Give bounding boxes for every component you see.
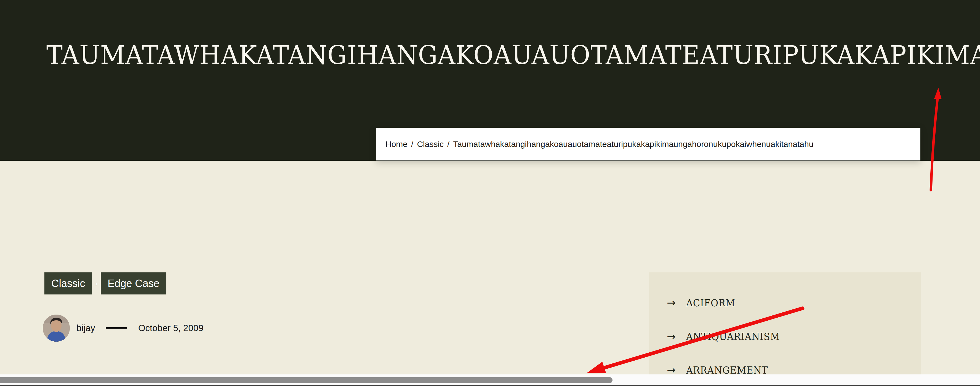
arrow-right-icon: → bbox=[667, 297, 676, 308]
avatar-photo bbox=[43, 315, 70, 342]
post-date: October 5, 2009 bbox=[138, 323, 204, 334]
breadcrumb-separator: / bbox=[447, 140, 449, 149]
sidebar-item-antiquarianism[interactable]: → ANTIQUARIANISM bbox=[667, 329, 921, 343]
horizontal-scrollbar-track[interactable] bbox=[0, 375, 980, 385]
post-meta: bijay October 5, 2009 bbox=[43, 315, 204, 342]
arrow-right-icon: → bbox=[667, 331, 676, 342]
tag-separator: , bbox=[95, 276, 97, 286]
sidebar-item-label: ANTIQUARIANISM bbox=[686, 331, 780, 342]
page-title: Taumatawhakatangihangakoauauotamateaturi… bbox=[46, 41, 980, 69]
window-bottom-edge bbox=[0, 385, 980, 386]
horizontal-scrollbar-thumb[interactable] bbox=[0, 377, 612, 383]
sidebar-item-label: ARRANGEMENT bbox=[686, 364, 768, 376]
tag-classic[interactable]: Classic bbox=[45, 272, 92, 294]
breadcrumb-link-classic[interactable]: Classic bbox=[417, 140, 444, 149]
tag-list: Classic , Edge Case bbox=[45, 272, 166, 294]
breadcrumb-current-page: Taumatawhakatangihangakoauauotamateaturi… bbox=[453, 140, 813, 149]
arrow-right-icon: → bbox=[667, 365, 676, 375]
page: Taumatawhakatangihangakoauauotamateaturi… bbox=[0, 0, 980, 386]
author-date-divider bbox=[106, 327, 127, 329]
sidebar-item-aciform[interactable]: → ACIFORM bbox=[667, 295, 921, 310]
breadcrumb: Home / Classic / Taumatawhakatangihangak… bbox=[376, 128, 920, 160]
categories-widget: → ACIFORM → ANTIQUARIANISM → ARRANGEMENT bbox=[649, 272, 921, 386]
sidebar-item-label: ACIFORM bbox=[686, 297, 735, 308]
tag-edge-case[interactable]: Edge Case bbox=[101, 272, 166, 294]
breadcrumb-separator: / bbox=[411, 140, 413, 149]
author-link[interactable]: bijay bbox=[76, 323, 95, 334]
breadcrumb-link-home[interactable]: Home bbox=[385, 140, 407, 149]
avatar bbox=[43, 315, 70, 342]
